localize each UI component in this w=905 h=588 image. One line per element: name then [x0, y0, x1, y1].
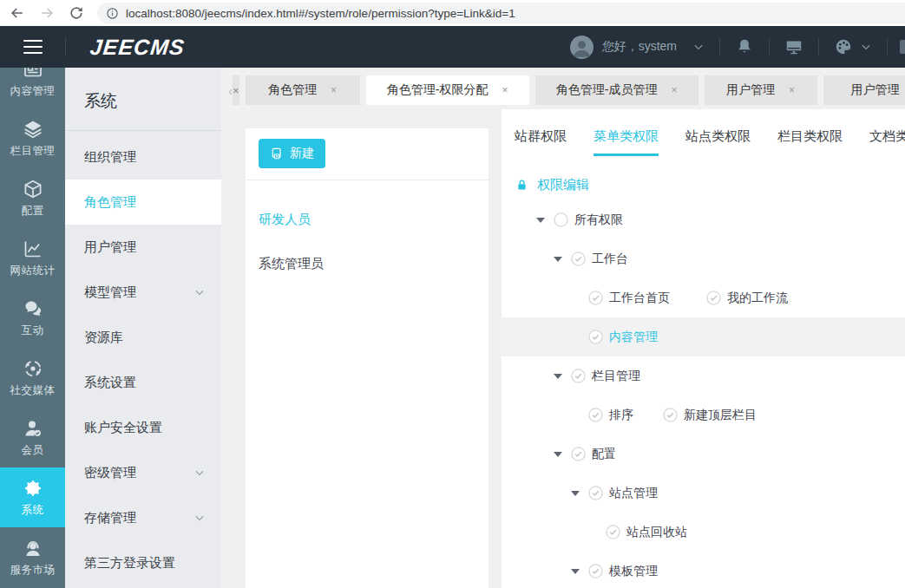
sidebar-item-interaction[interactable]: 互动 [0, 288, 65, 348]
tree-row-highlighted: 内容管理 [502, 317, 905, 356]
permission-tabs: 站群权限 菜单类权限 站点类权限 栏目类权限 文档类权限 [502, 109, 905, 156]
sidebar-item-label: 社交媒体 [10, 383, 56, 398]
perm-tab-document[interactable]: 文档类权限 [869, 128, 905, 156]
tab-user-management-2[interactable]: 用户管理 [823, 75, 905, 105]
role-list-item[interactable]: 研发人员 [259, 198, 475, 242]
submenu-item-org[interactable]: 组织管理 [65, 134, 221, 180]
tree-row: 所有权限 [502, 200, 905, 239]
checkbox-checked-icon[interactable] [571, 252, 586, 266]
address-bar[interactable]: localhost:8080/jeecms/index.html#/system… [97, 3, 905, 23]
submenu-item-resources[interactable]: 资源库 [65, 315, 221, 360]
palette-icon[interactable] [834, 37, 853, 56]
tree-row: 排序 新建顶层栏目 [502, 395, 905, 434]
perm-tab-menu[interactable]: 菜单类权限 [593, 128, 659, 156]
chat-bubbles-icon [23, 298, 43, 319]
sidebar-item-social[interactable]: 社交媒体 [0, 348, 65, 408]
monitor-icon[interactable] [784, 37, 803, 56]
sidebar-item-label: 配置 [22, 204, 44, 219]
tab-role-members[interactable]: 角色管理-成员管理× [535, 75, 698, 105]
refresh-icon[interactable] [68, 4, 85, 22]
checkbox-checked-icon[interactable] [588, 486, 603, 500]
url-text[interactable]: localhost:8080/jeecms/index.html#/system… [126, 7, 515, 20]
sidebar-item-label: 网站统计 [10, 264, 56, 278]
user-chevron-down-icon[interactable] [692, 41, 705, 53]
submenu-item-settings[interactable]: 系统设置 [65, 360, 221, 405]
sidebar-item-members[interactable]: 会员 [0, 408, 65, 467]
bell-icon[interactable] [735, 37, 754, 56]
avatar-person-icon [570, 36, 593, 59]
checkbox-checked-icon[interactable] [588, 408, 603, 422]
hamburger-menu-icon[interactable] [23, 36, 43, 58]
tab-close-icon[interactable]: × [789, 84, 795, 96]
checkbox-unchecked-icon[interactable] [554, 212, 568, 227]
sidebar-item-label: 内容管理 [10, 84, 56, 99]
sidebar-item-system[interactable]: 系统 [0, 467, 65, 527]
chevron-down-icon [193, 286, 206, 298]
checkbox-checked-icon[interactable] [706, 291, 721, 305]
caret-down-icon[interactable] [554, 452, 571, 457]
caret-down-icon[interactable] [571, 491, 588, 496]
sidebar-item-label: 服务市场 [10, 563, 56, 578]
caret-down-icon[interactable] [571, 569, 588, 574]
user-avatar[interactable] [570, 36, 593, 59]
submenu-divider [65, 130, 221, 131]
checkbox-checked-icon[interactable] [663, 408, 678, 422]
submenu-item-third-party-login[interactable]: 第三方登录设置 [65, 540, 221, 585]
role-list-item[interactable]: 系统管理员 [259, 242, 475, 286]
checkbox-checked-icon[interactable] [588, 291, 603, 305]
orbit-icon [23, 358, 43, 379]
tab-close-icon[interactable]: × [671, 84, 677, 96]
gear-icon [23, 478, 43, 499]
checkbox-checked-icon[interactable] [571, 447, 586, 461]
primary-sidebar: 内容管理 栏目管理 配置 网站统计 互动 社交媒体 会员 系统 [0, 68, 65, 588]
sidebar-item-marketplace[interactable]: 服务市场 [0, 527, 65, 587]
clipped-header-icon [900, 40, 905, 54]
checkbox-checked-icon[interactable] [588, 330, 603, 344]
submenu-item-secret-level[interactable]: 密级管理 [65, 450, 221, 495]
cube-icon [23, 179, 43, 199]
caret-down-icon[interactable] [554, 257, 571, 262]
submenu-item-roles[interactable]: 角色管理 [65, 180, 221, 225]
info-circle-icon[interactable] [106, 7, 119, 20]
sidebar-item-config[interactable]: 配置 [0, 168, 65, 228]
tab-close-icon[interactable]: × [502, 84, 508, 96]
user-greeting[interactable]: 您好，system [602, 39, 677, 55]
sidebar-item-label: 会员 [22, 443, 44, 458]
header-divider [65, 37, 66, 56]
newspaper-icon [23, 68, 43, 80]
member-check-icon [23, 418, 43, 439]
tab-close-icon[interactable]: × [331, 84, 337, 96]
perm-tab-sitegroup[interactable]: 站群权限 [515, 128, 567, 156]
tab-user-management[interactable]: 用户管理× [705, 75, 817, 105]
tab-role-permission[interactable]: 角色管理-权限分配× [366, 75, 529, 105]
content-area: ‹ × 角色管理× 角色管理-权限分配× 角色管理-成员管理× 用户管理× 用户… [221, 68, 905, 588]
submenu-item-models[interactable]: 模型管理 [65, 270, 221, 315]
perm-tab-site[interactable]: 站点类权限 [685, 128, 751, 156]
app-logo: JEECMS [89, 35, 186, 60]
back-arrow-icon[interactable] [9, 4, 26, 22]
line-chart-icon [23, 238, 43, 259]
perm-tab-column[interactable]: 栏目类权限 [777, 128, 843, 156]
tree-row: 站点管理 [502, 474, 905, 513]
new-role-button[interactable]: 新建 [259, 139, 325, 168]
lock-icon [515, 178, 529, 193]
theme-chevron-down-icon[interactable] [860, 41, 872, 53]
system-submenu: 系统 组织管理 角色管理 用户管理 模型管理 资源库 系统设置 账户安全设置 密… [65, 68, 221, 588]
tab-role-management[interactable]: 角色管理× [246, 75, 360, 105]
sidebar-item-columns[interactable]: 栏目管理 [0, 108, 65, 168]
checkbox-checked-icon[interactable] [571, 369, 586, 383]
sidebar-item-stats[interactable]: 网站统计 [0, 228, 65, 288]
chevron-down-icon [193, 512, 206, 524]
submenu-item-users[interactable]: 用户管理 [65, 225, 221, 270]
caret-down-icon[interactable] [554, 374, 571, 379]
tab-strip: ‹ × 角色管理× 角色管理-权限分配× 角色管理-成员管理× 用户管理× 用户… [221, 68, 905, 105]
forward-arrow-icon[interactable] [38, 4, 56, 22]
checkbox-checked-icon[interactable] [606, 525, 620, 539]
caret-down-icon[interactable] [536, 218, 554, 223]
tab-close-all-icon[interactable]: × [233, 75, 239, 105]
role-list-panel: 新建 研发人员 系统管理员 [246, 128, 489, 588]
submenu-item-account-security[interactable]: 账户安全设置 [65, 405, 221, 450]
sidebar-item-content[interactable]: 内容管理 [0, 68, 65, 108]
checkbox-checked-icon[interactable] [588, 564, 603, 578]
submenu-item-storage[interactable]: 存储管理 [65, 495, 221, 540]
